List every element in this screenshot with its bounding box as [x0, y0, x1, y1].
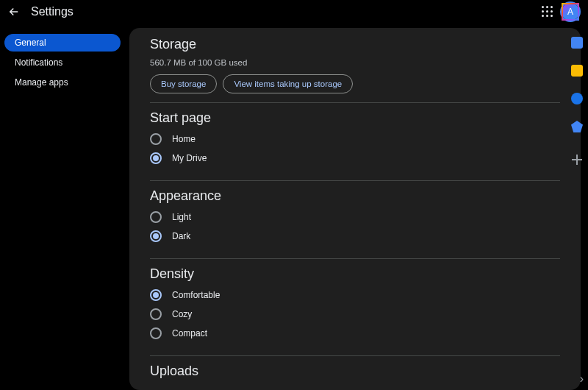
- content-wrap: Storage 560.7 MB of 100 GB used Buy stor…: [125, 24, 588, 390]
- storage-usage: 560.7 MB of 100 GB used: [150, 58, 560, 67]
- page-title: Settings: [31, 5, 74, 18]
- sidebar-item-notifications[interactable]: Notifications: [4, 54, 121, 71]
- layout: General Notifications Manage apps Storag…: [0, 24, 588, 390]
- radio-icon: [150, 308, 162, 320]
- avatar[interactable]: A: [562, 3, 579, 21]
- keep-icon[interactable]: [571, 65, 583, 77]
- sidebar: General Notifications Manage apps: [0, 24, 125, 390]
- radio-label: My Drive: [172, 153, 207, 163]
- section-density: Density Comfortable Cozy Compact: [150, 266, 560, 356]
- radio-label: Home: [172, 134, 196, 144]
- appearance-option-light[interactable]: Light: [150, 211, 560, 223]
- density-option-cozy[interactable]: Cozy: [150, 308, 560, 320]
- sidebar-item-general[interactable]: General: [4, 34, 121, 52]
- radio-icon: [150, 289, 162, 301]
- radio-label: Cozy: [172, 309, 192, 319]
- start-page-heading: Start page: [150, 110, 560, 126]
- topbar-right: A: [541, 3, 579, 21]
- expand-side-panel-icon[interactable]: ›: [580, 372, 584, 386]
- add-addons-icon[interactable]: [572, 155, 582, 165]
- radio-label: Compact: [172, 328, 207, 338]
- storage-heading: Storage: [150, 37, 560, 52]
- radio-icon: [150, 327, 162, 339]
- section-start-page: Start page Home My Drive: [150, 110, 560, 181]
- start-page-option-home[interactable]: Home: [150, 133, 560, 145]
- density-option-compact[interactable]: Compact: [150, 327, 560, 339]
- radio-icon: [150, 230, 162, 242]
- contacts-icon[interactable]: [571, 121, 583, 132]
- sidebar-item-manage-apps[interactable]: Manage apps: [4, 74, 121, 91]
- radio-icon: [150, 152, 162, 164]
- back-icon[interactable]: [7, 5, 21, 18]
- content: Storage 560.7 MB of 100 GB used Buy stor…: [129, 28, 581, 390]
- topbar-left: Settings: [7, 5, 74, 18]
- storage-buttons: Buy storage View items taking up storage: [150, 74, 560, 93]
- density-heading: Density: [150, 266, 560, 282]
- apps-grid-icon[interactable]: [541, 5, 554, 18]
- radio-label: Light: [172, 212, 191, 222]
- uploads-heading: Uploads: [150, 364, 560, 379]
- start-page-option-my-drive[interactable]: My Drive: [150, 152, 560, 164]
- density-option-comfortable[interactable]: Comfortable: [150, 289, 560, 301]
- topbar: Settings A: [0, 0, 588, 24]
- buy-storage-button[interactable]: Buy storage: [150, 74, 217, 93]
- appearance-heading: Appearance: [150, 188, 560, 204]
- tasks-icon[interactable]: [571, 93, 583, 104]
- section-uploads: Uploads: [150, 364, 560, 390]
- radio-icon: [150, 211, 162, 223]
- calendar-icon[interactable]: [571, 37, 583, 49]
- radio-label: Dark: [172, 231, 190, 241]
- radio-icon: [150, 133, 162, 145]
- section-appearance: Appearance Light Dark: [150, 188, 560, 259]
- radio-label: Comfortable: [172, 290, 220, 300]
- appearance-option-dark[interactable]: Dark: [150, 230, 560, 242]
- side-panel: [566, 28, 588, 165]
- view-storage-items-button[interactable]: View items taking up storage: [223, 74, 353, 93]
- section-storage: Storage 560.7 MB of 100 GB used Buy stor…: [150, 37, 560, 103]
